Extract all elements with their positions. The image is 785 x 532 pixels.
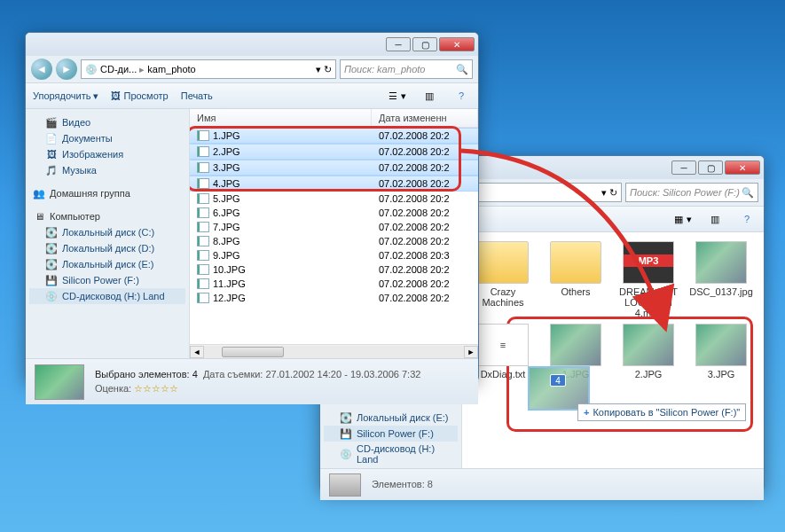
file-row[interactable]: 3.JPG07.02.2008 20:2 [190,160,478,176]
search-icon: 🔍 [456,64,468,75]
nav-library-item[interactable]: 📄Документы [29,130,185,146]
minimize-button[interactable]: ─ [671,160,696,175]
image-file-icon [197,278,209,289]
file-row[interactable]: 9.JPG07.02.2008 20:3 [190,248,478,262]
image-file-icon [197,264,209,275]
file-item[interactable]: ≡DxDiag.txt [471,324,535,379]
organize-button[interactable]: Упорядочить ▾ [33,90,98,102]
nav-drive-item[interactable]: 💽Локальный диск (C:) [29,224,185,240]
status-bar: Выбрано элементов: 4 Дата съемки: 27.01.… [26,358,478,404]
image-file-icon [197,293,209,303]
file-row[interactable]: 12.JPG07.02.2008 20:2 [190,291,478,305]
toolbar: Упорядочить ▾ 🖼 Просмотр Печать ☰ ▾ ▥ ? [26,82,478,109]
file-item[interactable]: Crazy Machines [471,241,535,318]
address-bar[interactable]: 💿 CD-ди...▸ kam_photo ▾ ↻ [81,59,336,79]
nav-drive-item[interactable]: 💽Локальный диск (D:) [29,240,185,256]
image-file-icon [197,193,209,204]
col-name[interactable]: Имя [190,109,372,127]
preview-thumb [35,364,84,400]
close-button[interactable]: ✕ [725,160,760,175]
maximize-button[interactable]: ▢ [412,37,437,51]
computer-header[interactable]: 🖥Компьютер [29,208,185,224]
minimize-button[interactable]: ─ [386,37,411,51]
file-item[interactable]: DSC_0137.jpg [689,241,753,318]
view-button[interactable]: ▦ ▾ [673,210,693,228]
homegroup-header[interactable]: 👥Домашняя группа [29,185,185,201]
search-icon: 🔍 [742,187,754,199]
image-file-icon [197,162,209,173]
file-item[interactable]: 2.JPG [616,324,680,379]
nav-library-item[interactable]: 🖼Изображения [29,146,185,162]
file-row[interactable]: 6.JPG07.02.2008 20:2 [190,206,478,220]
forward-button[interactable]: ► [56,59,77,80]
item-count: Элементов: 8 [372,479,433,489]
column-headers[interactable]: Имя Дата измененн [190,109,478,128]
drop-tooltip: +Копировать в "Silicon Power (F:)" [577,403,746,421]
nav-drive-item[interactable]: 💾Silicon Power (F:) [29,272,185,288]
search-input[interactable]: Поиск: Silicon Power (F:)🔍 [625,183,758,202]
nav-library-item[interactable]: 🎵Музыка [29,162,185,178]
file-item[interactable]: MP3DREAM OUT LOUD_DM 4.mp3 [616,241,680,318]
nav-drive-item[interactable]: 💿CD-дисковод (H:) Land [29,288,185,304]
file-item[interactable]: 3.JPG [689,324,753,379]
disc-icon: 💿 [85,64,98,75]
drag-count-badge: 4 [550,374,566,387]
nav-drive-item[interactable]: 💾Silicon Power (F:) [324,426,458,442]
file-row[interactable]: 8.JPG07.02.2008 20:2 [190,234,478,248]
nav-pane[interactable]: 🎬Видео📄Документы🖼Изображения🎵Музыка 👥Дом… [26,109,190,358]
nav-drive-item[interactable]: 💿CD-дисковод (H:) Land [324,442,458,466]
file-row[interactable]: 10.JPG07.02.2008 20:2 [190,262,478,277]
close-button[interactable]: ✕ [439,37,475,51]
plus-icon: + [584,407,589,418]
maximize-button[interactable]: ▢ [698,160,723,175]
file-icon-view[interactable]: Crazy MachinesOthersMP3DREAM OUT LOUD_DM… [462,232,764,468]
print-button[interactable]: Печать [181,90,213,101]
file-row[interactable]: 1.JPG07.02.2008 20:2 [190,128,478,144]
col-date[interactable]: Дата измененн [372,109,478,127]
file-row[interactable]: 2.JPG07.02.2008 20:2 [190,144,478,160]
file-row[interactable]: 5.JPG07.02.2008 20:2 [190,192,478,206]
image-file-icon [197,178,209,189]
search-input[interactable]: Поиск: kam_photo🔍 [340,59,473,79]
image-file-icon [197,236,209,246]
selection-count: Выбрано элементов: 4 [95,369,198,379]
image-file-icon [197,222,209,232]
view-button[interactable]: ☰ ▾ [388,87,407,105]
breadcrumb[interactable]: kam_photo [145,64,198,74]
nav-drive-item[interactable]: 💽Локальный диск (E:) [29,256,185,272]
file-row[interactable]: 4.JPG07.02.2008 20:2 [190,176,478,192]
preview-button[interactable]: 🖼 Просмотр [111,90,168,101]
back-button[interactable]: ◄ [31,59,52,80]
explorer-window-source[interactable]: ─ ▢ ✕ ◄ ► 💿 CD-ди...▸ kam_photo ▾ ↻ Поис… [25,32,479,382]
file-list[interactable]: Имя Дата измененн 1.JPG07.02.2008 20:22.… [190,109,478,358]
preview-pane-button[interactable]: ▥ [420,87,439,105]
titlebar[interactable]: ─ ▢ ✕ [26,33,478,56]
breadcrumb[interactable]: CD-ди... [98,64,139,74]
nav-row: ◄ ► 💿 CD-ди...▸ kam_photo ▾ ↻ Поиск: kam… [26,56,478,82]
nav-library-item[interactable]: 🎬Видео [29,114,185,130]
drive-icon [329,473,361,497]
horizontal-scrollbar[interactable]: ◄► [190,344,478,358]
image-file-icon [197,250,209,261]
nav-drive-item[interactable]: 💽Локальный диск (E:) [324,410,458,426]
image-file-icon [197,130,209,141]
file-row[interactable]: 7.JPG07.02.2008 20:2 [190,220,478,234]
file-item[interactable]: Others [544,241,608,318]
image-file-icon [197,146,209,157]
image-file-icon [197,207,209,218]
help-button[interactable]: ? [451,87,471,105]
preview-pane-button[interactable]: ▥ [705,210,725,228]
file-row[interactable]: 11.JPG07.02.2008 20:2 [190,277,478,291]
help-button[interactable]: ? [737,210,757,228]
status-bar: Элементов: 8 [320,468,764,500]
